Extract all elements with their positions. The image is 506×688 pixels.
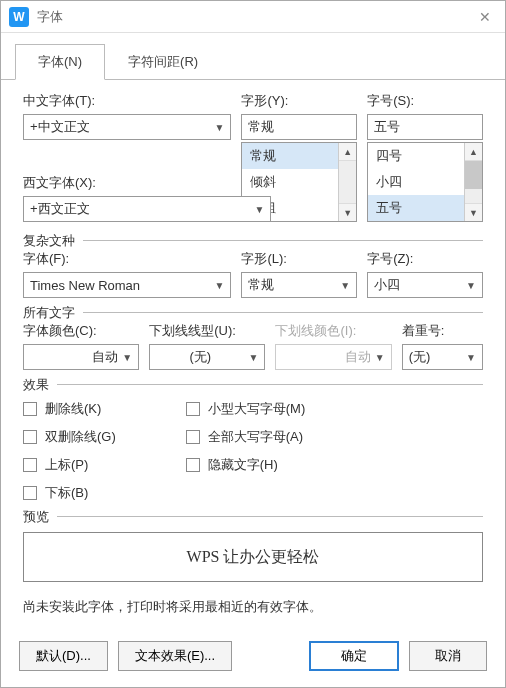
style-label: 字形(Y): xyxy=(241,92,357,110)
complex-script-group: 复杂文种 字体(F): Times New Roman ▼ 字形(L): 常规 … xyxy=(23,240,483,298)
underline-label: 下划线线型(U): xyxy=(149,322,265,340)
complex-style-combo[interactable]: 常规 ▼ xyxy=(241,272,357,298)
scroll-down-icon[interactable]: ▼ xyxy=(339,203,356,221)
ok-button[interactable]: 确定 xyxy=(309,641,399,671)
cjk-font-value: +中文正文 xyxy=(30,118,211,136)
preview-box: WPS 让办公更轻松 xyxy=(23,532,483,582)
small-caps-checkbox[interactable]: 小型大写字母(M) xyxy=(186,400,306,418)
style-scrollbar[interactable]: ▲ ▼ xyxy=(338,143,356,221)
chevron-down-icon: ▼ xyxy=(466,352,476,363)
complex-font-label: 字体(F): xyxy=(23,250,231,268)
tab-content: 中文字体(T): +中文正文 ▼ 字形(Y): 常规 常规 倾斜 加粗 xyxy=(1,80,505,630)
chevron-down-icon: ▼ xyxy=(340,280,350,291)
complex-style-label: 字形(L): xyxy=(241,250,357,268)
close-button[interactable]: ✕ xyxy=(473,5,497,29)
scroll-up-icon[interactable]: ▲ xyxy=(339,143,356,161)
subscript-checkbox[interactable]: 下标(B) xyxy=(23,484,116,502)
size-value: 五号 xyxy=(374,118,476,136)
underline-value: (无) xyxy=(156,348,244,366)
checkbox-icon xyxy=(23,458,37,472)
complex-style-value: 常规 xyxy=(248,276,336,294)
cjk-font-combo[interactable]: +中文正文 ▼ xyxy=(23,114,231,140)
emphasis-value: (无) xyxy=(409,348,462,366)
font-warning-text: 尚未安装此字体，打印时将采用最相近的有效字体。 xyxy=(23,598,483,616)
preview-legend: 预览 xyxy=(23,508,55,526)
checkbox-icon xyxy=(186,458,200,472)
underline-color-label: 下划线颜色(I): xyxy=(275,322,391,340)
underline-color-value: 自动 xyxy=(282,348,370,366)
cjk-font-label: 中文字体(T): xyxy=(23,92,231,110)
font-color-combo[interactable]: 自动 ▼ xyxy=(23,344,139,370)
chevron-down-icon: ▼ xyxy=(215,280,225,291)
size-option[interactable]: 四号 xyxy=(368,143,464,169)
underline-combo[interactable]: (无) ▼ xyxy=(149,344,265,370)
hidden-checkbox[interactable]: 隐藏文字(H) xyxy=(186,456,306,474)
style-input[interactable]: 常规 xyxy=(241,114,357,140)
size-option[interactable]: 五号 xyxy=(368,195,464,221)
complex-size-value: 小四 xyxy=(374,276,462,294)
underline-color-combo: 自动 ▼ xyxy=(275,344,391,370)
complex-legend: 复杂文种 xyxy=(23,232,81,250)
emphasis-label: 着重号: xyxy=(402,322,483,340)
chevron-down-icon: ▼ xyxy=(215,122,225,133)
complex-font-combo[interactable]: Times New Roman ▼ xyxy=(23,272,231,298)
superscript-checkbox[interactable]: 上标(P) xyxy=(23,456,116,474)
checkbox-icon xyxy=(23,486,37,500)
chevron-down-icon: ▼ xyxy=(466,280,476,291)
west-font-value: +西文正文 xyxy=(30,200,250,218)
tab-font[interactable]: 字体(N) xyxy=(15,44,105,80)
west-font-label: 西文字体(X): xyxy=(23,174,271,192)
size-scrollbar[interactable]: ▲ ▼ xyxy=(464,143,482,221)
preview-text: WPS 让办公更轻松 xyxy=(187,547,320,568)
scroll-down-icon[interactable]: ▼ xyxy=(465,203,482,221)
titlebar: W 字体 ✕ xyxy=(1,1,505,33)
effects-legend: 效果 xyxy=(23,376,55,394)
strike-checkbox[interactable]: 删除线(K) xyxy=(23,400,116,418)
window-title: 字体 xyxy=(37,8,473,26)
chevron-down-icon: ▼ xyxy=(375,352,385,363)
checkbox-icon xyxy=(23,430,37,444)
size-listbox[interactable]: 四号 小四 五号 ▲ ▼ xyxy=(367,142,483,222)
text-effects-button[interactable]: 文本效果(E)... xyxy=(118,641,232,671)
west-font-combo[interactable]: +西文正文 ▼ xyxy=(23,196,271,222)
effects-group: 效果 删除线(K) 双删除线(G) 上标(P) 下标(B) 小型大写字母(M) … xyxy=(23,384,483,502)
double-strike-checkbox[interactable]: 双删除线(G) xyxy=(23,428,116,446)
alltext-legend: 所有文字 xyxy=(23,304,81,322)
checkbox-icon xyxy=(186,402,200,416)
default-button[interactable]: 默认(D)... xyxy=(19,641,108,671)
font-color-label: 字体颜色(C): xyxy=(23,322,139,340)
font-color-value: 自动 xyxy=(30,348,118,366)
tab-spacing[interactable]: 字符间距(R) xyxy=(105,44,221,80)
font-dialog: W 字体 ✕ 字体(N) 字符间距(R) 中文字体(T): +中文正文 ▼ 字形… xyxy=(0,0,506,688)
cancel-button[interactable]: 取消 xyxy=(409,641,487,671)
style-option[interactable]: 常规 xyxy=(242,143,338,169)
checkbox-icon xyxy=(23,402,37,416)
complex-size-label: 字号(Z): xyxy=(367,250,483,268)
complex-size-combo[interactable]: 小四 ▼ xyxy=(367,272,483,298)
preview-group: 预览 WPS 让办公更轻松 尚未安装此字体，打印时将采用最相近的有效字体。 xyxy=(23,516,483,616)
chevron-down-icon: ▼ xyxy=(254,204,264,215)
chevron-down-icon: ▼ xyxy=(122,352,132,363)
emphasis-combo[interactable]: (无) ▼ xyxy=(402,344,483,370)
chevron-down-icon: ▼ xyxy=(249,352,259,363)
dialog-footer: 默认(D)... 文本效果(E)... 确定 取消 xyxy=(1,630,505,687)
size-option[interactable]: 小四 xyxy=(368,169,464,195)
size-input[interactable]: 五号 xyxy=(367,114,483,140)
all-text-group: 所有文字 字体颜色(C): 自动 ▼ 下划线线型(U): (无) ▼ xyxy=(23,312,483,370)
scroll-up-icon[interactable]: ▲ xyxy=(465,143,482,161)
checkbox-icon xyxy=(186,430,200,444)
app-icon: W xyxy=(9,7,29,27)
size-label: 字号(S): xyxy=(367,92,483,110)
tab-bar: 字体(N) 字符间距(R) xyxy=(1,43,505,80)
all-caps-checkbox[interactable]: 全部大写字母(A) xyxy=(186,428,306,446)
style-value: 常规 xyxy=(248,118,350,136)
complex-font-value: Times New Roman xyxy=(30,278,211,293)
